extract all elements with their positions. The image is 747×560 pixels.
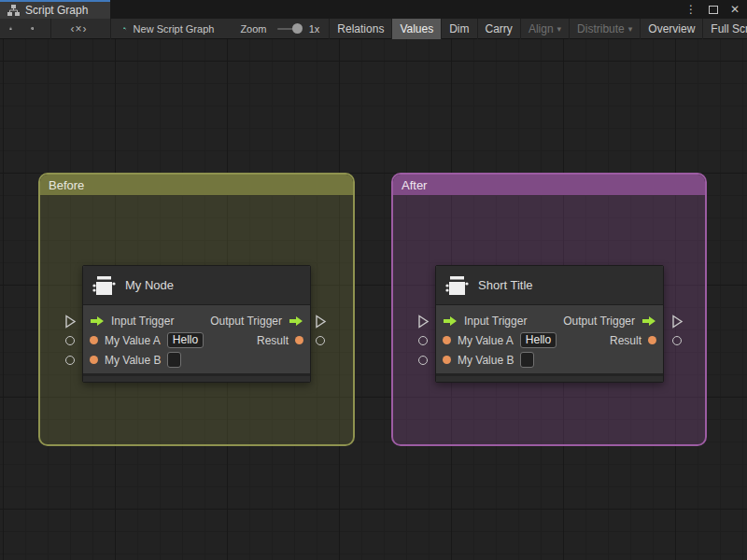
external-flow-out-port[interactable] [671, 315, 684, 329]
value-port-icon[interactable] [90, 336, 98, 344]
unit-node-icon [444, 273, 470, 298]
value-a-input[interactable]: Hello [520, 332, 557, 348]
external-flow-out-port[interactable] [315, 315, 327, 329]
unit-node-icon [92, 273, 117, 298]
tab-strip: Script Graph ⋮ ✕ [0, 0, 747, 19]
zoom-slider-handle[interactable] [292, 23, 303, 34]
distribute-dropdown[interactable]: Distribute ▾ [569, 19, 640, 39]
toolbar-buttons: Relations Values Dim Carry Align ▾ Distr… [329, 19, 747, 39]
graph-canvas[interactable]: Before After My No [0, 39, 747, 560]
port-label: Output Trigger [210, 315, 282, 328]
tab-script-graph[interactable]: Script Graph [0, 0, 110, 19]
script-graph-icon [123, 22, 127, 35]
group-header[interactable]: After [393, 175, 705, 195]
value-port-icon[interactable] [90, 356, 98, 364]
external-flow-in-port[interactable] [64, 315, 77, 329]
value-port-icon[interactable] [648, 336, 656, 344]
port-label: Input Trigger [111, 315, 174, 328]
dim-button[interactable]: Dim [441, 19, 476, 39]
node-header[interactable]: Short Title [436, 266, 663, 305]
external-value-port[interactable] [418, 336, 428, 345]
trigger-row: Input Trigger Output Trigger [83, 311, 310, 330]
zoom-label: Zoom [240, 23, 266, 35]
port-label: Output Trigger [563, 315, 635, 328]
maximize-icon[interactable] [709, 6, 718, 14]
port-label: Result [257, 334, 289, 347]
flow-in-icon[interactable] [443, 315, 458, 327]
external-value-port[interactable] [65, 336, 75, 345]
group-title: After [402, 178, 427, 192]
graph-toolbar: ‹×› New Script Graph Zoom 1x Relations V… [0, 19, 747, 39]
port-label: My Value B [105, 354, 161, 367]
node-port-rows: Input Trigger Output Trigger My Value A … [436, 305, 663, 373]
info-icon[interactable] [31, 22, 34, 35]
value-a-row: My Value A Hello Result [83, 330, 310, 350]
menu-icon[interactable]: ⋮ [685, 3, 697, 16]
external-value-port[interactable] [672, 336, 682, 345]
port-label: My Value A [458, 334, 514, 347]
values-button[interactable]: Values [391, 19, 441, 39]
node-title: My Node [125, 278, 174, 292]
external-flow-in-port[interactable] [417, 315, 430, 329]
lock-icon[interactable] [9, 22, 12, 35]
code-view-icon[interactable]: ‹×› [71, 22, 88, 35]
flow-out-icon[interactable] [289, 315, 303, 327]
external-value-port[interactable] [316, 336, 325, 345]
value-b-row: My Value B [436, 350, 663, 370]
trigger-row: Input Trigger Output Trigger [436, 311, 663, 330]
value-port-icon[interactable] [295, 336, 303, 344]
zoom-slider[interactable] [277, 28, 298, 30]
hierarchy-icon [7, 5, 20, 16]
port-label: My Value B [458, 354, 514, 367]
value-port-icon[interactable] [443, 336, 451, 344]
value-a-input[interactable]: Hello [167, 332, 204, 348]
graph-name-label: New Script Graph [134, 23, 215, 35]
node-footer [83, 373, 310, 382]
close-icon[interactable]: ✕ [730, 3, 740, 16]
relations-button[interactable]: Relations [329, 19, 391, 39]
chevron-down-icon: ▾ [628, 24, 633, 34]
value-b-row: My Value B [83, 350, 310, 370]
fullscreen-button[interactable]: Full Scr [702, 19, 747, 39]
node-footer [436, 373, 663, 382]
flow-in-icon[interactable] [90, 315, 105, 327]
node-port-rows: Input Trigger Output Trigger My Value A … [83, 305, 310, 373]
port-label: Input Trigger [464, 315, 527, 328]
chevron-down-icon: ▾ [557, 24, 562, 34]
value-b-input[interactable] [520, 352, 534, 368]
port-label: My Value A [105, 334, 161, 347]
unity-visual-scripting-window: Script Graph ⋮ ✕ ‹×› New Script Graph Zo… [0, 0, 747, 560]
group-title: Before [49, 178, 84, 192]
flow-out-icon[interactable] [641, 315, 656, 327]
value-b-input[interactable] [167, 352, 181, 368]
carry-button[interactable]: Carry [477, 19, 520, 39]
group-header[interactable]: Before [40, 175, 353, 195]
external-value-port[interactable] [418, 356, 428, 365]
port-label: Result [610, 334, 641, 347]
tab-title: Script Graph [25, 4, 88, 17]
node-short-title[interactable]: Short Title Input Trigger Output Trigger… [435, 265, 664, 383]
align-dropdown[interactable]: Align ▾ [520, 19, 569, 39]
external-value-port[interactable] [65, 356, 75, 365]
value-port-icon[interactable] [443, 356, 451, 364]
window-controls: ⋮ ✕ [685, 0, 740, 19]
zoom-value: 1x [309, 23, 320, 35]
node-title: Short Title [478, 278, 533, 292]
value-a-row: My Value A Hello Result [436, 330, 663, 350]
overview-button[interactable]: Overview [640, 19, 702, 39]
node-my-node[interactable]: My Node Input Trigger Output Trigger My … [82, 265, 311, 383]
node-header[interactable]: My Node [83, 266, 310, 305]
